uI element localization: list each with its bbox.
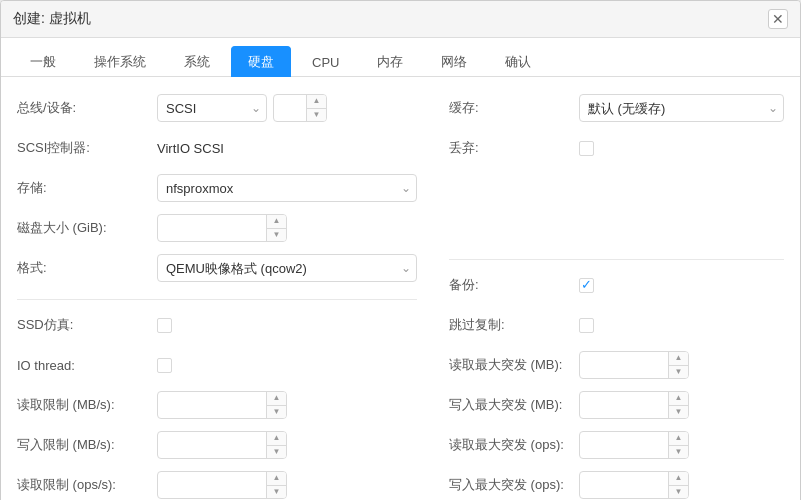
read-limit-ops-label: 读取限制 (ops/s): — [17, 476, 157, 494]
bus-num-up[interactable]: ▲ — [307, 95, 326, 109]
window-title: 创建: 虚拟机 — [13, 10, 91, 28]
bus-select[interactable]: SCSI — [157, 94, 267, 122]
right-section: 缓存: 默认 (无缓存) 丢弃: — [449, 93, 784, 500]
write-limit-mb-down[interactable]: ▼ — [267, 446, 286, 459]
bus-select-group: SCSI 0 ▲ ▼ — [157, 94, 417, 122]
write-max-ops-spin-btns: ▲ ▼ — [668, 472, 688, 498]
bus-num-down[interactable]: ▼ — [307, 109, 326, 122]
tab-memory[interactable]: 内存 — [360, 46, 420, 77]
backup-label: 备份: — [449, 276, 579, 294]
write-max-ops-row: 写入最大突发 (ops): 默认 ▲ ▼ — [449, 470, 784, 500]
storage-select-wrapper: nfsproxmox — [157, 174, 417, 202]
close-button[interactable]: ✕ — [768, 9, 788, 29]
read-max-ops-row: 读取最大突发 (ops): 默认 ▲ ▼ — [449, 430, 784, 460]
read-limit-mb-spin-btns: ▲ ▼ — [266, 392, 286, 418]
read-max-ops-down[interactable]: ▼ — [669, 446, 688, 459]
write-max-ops-up[interactable]: ▲ — [669, 472, 688, 486]
io-thread-row: IO thread: — [17, 350, 417, 380]
write-max-mb-label: 写入最大突发 (MB): — [449, 396, 579, 414]
read-max-mb-row: 读取最大突发 (MB): 默认 ▲ ▼ — [449, 350, 784, 380]
storage-select[interactable]: nfsproxmox — [157, 174, 417, 202]
bus-label: 总线/设备: — [17, 99, 157, 117]
read-limit-mb-up[interactable]: ▲ — [267, 392, 286, 406]
bus-device-row: 总线/设备: SCSI 0 ▲ ▼ — [17, 93, 417, 123]
content-area: 总线/设备: SCSI 0 ▲ ▼ — [1, 77, 800, 500]
disk-size-spinner: 32 ▲ ▼ — [157, 214, 287, 242]
tab-cpu[interactable]: CPU — [295, 48, 356, 76]
disk-size-row: 磁盘大小 (GiB): 32 ▲ ▼ — [17, 213, 417, 243]
discard-row: 丢弃: — [449, 133, 784, 163]
write-max-ops-spinner: 默认 ▲ ▼ — [579, 471, 689, 499]
bus-select-wrapper: SCSI — [157, 94, 267, 122]
ssd-label: SSD仿真: — [17, 316, 157, 334]
tab-os[interactable]: 操作系统 — [77, 46, 163, 77]
disk-size-down[interactable]: ▼ — [267, 229, 286, 242]
format-select[interactable]: QEMU映像格式 (qcow2) — [157, 254, 417, 282]
read-max-ops-label: 读取最大突发 (ops): — [449, 436, 579, 454]
left-section: 总线/设备: SCSI 0 ▲ ▼ — [17, 93, 417, 500]
read-limit-ops-spinner: 无限 ▲ ▼ — [157, 471, 287, 499]
backup-checkbox[interactable] — [579, 278, 594, 293]
read-max-ops-spin-btns: ▲ ▼ — [668, 432, 688, 458]
write-max-mb-row: 写入最大突发 (MB): 默认 ▲ ▼ — [449, 390, 784, 420]
skip-repl-checkbox[interactable] — [579, 318, 594, 333]
ssd-checkbox[interactable] — [157, 318, 172, 333]
read-max-ops-spinner: 默认 ▲ ▼ — [579, 431, 689, 459]
read-limit-ops-row: 读取限制 (ops/s): 无限 ▲ ▼ — [17, 470, 417, 500]
disk-size-spin-btns: ▲ ▼ — [266, 215, 286, 241]
scsi-controller-row: SCSI控制器: VirtIO SCSI — [17, 133, 417, 163]
io-thread-checkbox[interactable] — [157, 358, 172, 373]
form-grid: 总线/设备: SCSI 0 ▲ ▼ — [17, 93, 784, 500]
skip-repl-row: 跳过复制: — [449, 310, 784, 340]
tab-confirm[interactable]: 确认 — [488, 46, 548, 77]
disk-label: 磁盘大小 (GiB): — [17, 219, 157, 237]
main-window: 创建: 虚拟机 ✕ 一般 操作系统 系统 硬盘 CPU 内存 网络 确认 总线/… — [0, 0, 801, 500]
backup-row: 备份: — [449, 270, 784, 300]
scsi-label: SCSI控制器: — [17, 139, 157, 157]
read-limit-ops-down[interactable]: ▼ — [267, 486, 286, 499]
tab-general[interactable]: 一般 — [13, 46, 73, 77]
tab-network[interactable]: 网络 — [424, 46, 484, 77]
cache-label: 缓存: — [449, 99, 579, 117]
io-thread-label: IO thread: — [17, 358, 157, 373]
right-divider — [449, 259, 784, 260]
cache-select-wrapper: 默认 (无缓存) — [579, 94, 784, 122]
read-max-mb-label: 读取最大突发 (MB): — [449, 356, 579, 374]
cache-select[interactable]: 默认 (无缓存) — [579, 94, 784, 122]
format-select-wrapper: QEMU映像格式 (qcow2) — [157, 254, 417, 282]
write-max-ops-down[interactable]: ▼ — [669, 486, 688, 499]
discard-label: 丢弃: — [449, 139, 579, 157]
storage-row: 存储: nfsproxmox — [17, 173, 417, 203]
scsi-value: VirtIO SCSI — [157, 141, 224, 156]
spacer2 — [449, 213, 784, 253]
write-max-mb-spin-btns: ▲ ▼ — [668, 392, 688, 418]
write-limit-mb-up[interactable]: ▲ — [267, 432, 286, 446]
write-max-mb-spinner: 默认 ▲ ▼ — [579, 391, 689, 419]
tab-system[interactable]: 系统 — [167, 46, 227, 77]
bus-num-spin-btns: ▲ ▼ — [306, 95, 326, 121]
spacer1 — [449, 173, 784, 213]
read-max-ops-up[interactable]: ▲ — [669, 432, 688, 446]
read-limit-mb-row: 读取限制 (MB/s): 无限 ▲ ▼ — [17, 390, 417, 420]
read-limit-mb-down[interactable]: ▼ — [267, 406, 286, 419]
read-max-mb-spinner: 默认 ▲ ▼ — [579, 351, 689, 379]
discard-checkbox[interactable] — [579, 141, 594, 156]
write-max-mb-up[interactable]: ▲ — [669, 392, 688, 406]
write-limit-mb-spin-btns: ▲ ▼ — [266, 432, 286, 458]
read-limit-mb-label: 读取限制 (MB/s): — [17, 396, 157, 414]
tab-harddisk[interactable]: 硬盘 — [231, 46, 291, 77]
disk-size-up[interactable]: ▲ — [267, 215, 286, 229]
format-label: 格式: — [17, 259, 157, 277]
read-max-mb-up[interactable]: ▲ — [669, 352, 688, 366]
read-limit-ops-up[interactable]: ▲ — [267, 472, 286, 486]
read-max-mb-spin-btns: ▲ ▼ — [668, 352, 688, 378]
title-bar: 创建: 虚拟机 ✕ — [1, 1, 800, 38]
bus-num-spinner: 0 ▲ ▼ — [273, 94, 327, 122]
write-max-mb-down[interactable]: ▼ — [669, 406, 688, 419]
read-max-mb-down[interactable]: ▼ — [669, 366, 688, 379]
ssd-row: SSD仿真: — [17, 310, 417, 340]
write-max-ops-label: 写入最大突发 (ops): — [449, 476, 579, 494]
skip-repl-label: 跳过复制: — [449, 316, 579, 334]
write-limit-mb-spinner: 无限 ▲ ▼ — [157, 431, 287, 459]
cache-row: 缓存: 默认 (无缓存) — [449, 93, 784, 123]
